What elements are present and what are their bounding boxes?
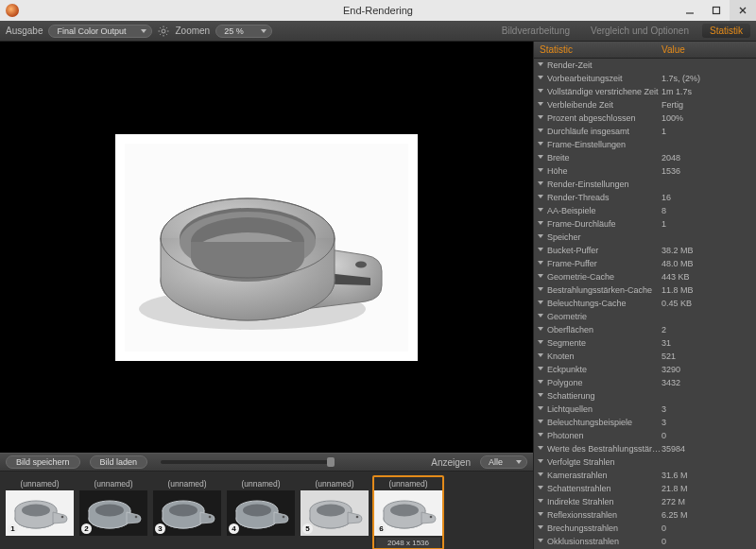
stats-key: Knoten bbox=[534, 352, 662, 361]
stats-row: Werte des Bestrahlungsstärke ...35984 bbox=[534, 442, 756, 455]
stats-value: 35984 bbox=[662, 444, 685, 454]
stats-value: 3 bbox=[662, 418, 666, 427]
stats-value: 8 bbox=[662, 206, 666, 215]
stats-value: 0.45 KB bbox=[662, 299, 692, 308]
minimize-button[interactable] bbox=[677, 0, 703, 21]
zoom-combo[interactable]: 25 % bbox=[215, 25, 272, 38]
stats-key: Beleuchtungsbeispiele bbox=[534, 418, 662, 427]
stats-row: Oberflächen2 bbox=[534, 323, 756, 336]
stats-value: 3432 bbox=[662, 378, 680, 387]
stats-header-statistic: Statistic bbox=[534, 44, 662, 55]
slider-thumb[interactable] bbox=[327, 457, 335, 467]
stats-key: Geometrie-Cache bbox=[534, 272, 662, 282]
render-viewport[interactable] bbox=[0, 42, 533, 453]
stats-row: Beleuchtungs-Cache0.45 KB bbox=[534, 297, 756, 310]
stats-row: Lichtquellen3 bbox=[534, 403, 756, 416]
stats-row: Höhe1536 bbox=[534, 164, 756, 178]
thumbnail[interactable]: (unnamed) 6 2048 x 1536 bbox=[372, 475, 444, 549]
stats-value: 11.8 MB bbox=[662, 285, 694, 295]
tab-image-processing[interactable]: Bildverarbeitung bbox=[494, 24, 577, 38]
stats-key: Lichtquellen bbox=[534, 404, 662, 414]
gear-icon[interactable] bbox=[158, 26, 169, 37]
stats-group-header[interactable]: Render-Einstellungen bbox=[534, 178, 756, 191]
stats-row: Segmente31 bbox=[534, 336, 756, 350]
thumb-size-slider[interactable] bbox=[161, 460, 331, 464]
stats-value: 3 bbox=[662, 404, 666, 414]
stats-group-header[interactable]: Render-Zeit bbox=[534, 59, 756, 72]
stats-row: Beleuchtungsbeispiele3 bbox=[534, 416, 756, 429]
stats-value: 31 bbox=[662, 338, 671, 348]
svg-rect-1 bbox=[713, 8, 720, 14]
thumbnail-image: 3 bbox=[153, 490, 221, 536]
stats-row: Polygone3432 bbox=[534, 376, 756, 389]
stats-key: Brechungsstrahlen bbox=[534, 523, 662, 533]
stats-key: Frame-Durchläufe bbox=[534, 219, 662, 229]
tab-statistics[interactable]: Statistik bbox=[702, 24, 750, 38]
save-image-button[interactable]: Bild speichern bbox=[6, 455, 80, 469]
stats-group-header[interactable]: Schattierung bbox=[534, 389, 756, 403]
svg-line-12 bbox=[161, 33, 162, 34]
stats-row: Eckpunkte3290 bbox=[534, 363, 756, 376]
stats-value: 1 bbox=[662, 219, 666, 229]
stats-value: 443 KB bbox=[662, 272, 690, 282]
stats-key: Segmente bbox=[534, 338, 662, 348]
thumbnail[interactable]: (unnamed) 4 bbox=[225, 475, 297, 540]
thumbnail[interactable]: (unnamed) 2 bbox=[77, 475, 149, 540]
stats-body[interactable]: Render-ZeitVorbearbeitungszeit1.7s, (2%)… bbox=[534, 59, 756, 549]
thumbnail-title: (unnamed) bbox=[315, 479, 353, 489]
stats-key: Beleuchtungs-Cache bbox=[534, 299, 662, 308]
stats-group-header[interactable]: Speicher bbox=[534, 231, 756, 244]
thumbnail-image: 1 bbox=[6, 490, 74, 536]
title-bar: End-Rendering bbox=[0, 0, 756, 21]
stats-group-header[interactable]: Frame-Einstellungen bbox=[534, 138, 756, 151]
render-image bbox=[115, 134, 418, 361]
load-image-button[interactable]: Bild laden bbox=[90, 455, 148, 469]
stats-row: Render-Threads16 bbox=[534, 191, 756, 204]
svg-point-15 bbox=[355, 261, 367, 267]
thumbnail-toolbar: Bild speichern Bild laden Anzeigen Alle bbox=[0, 453, 533, 472]
stats-key: Oberflächen bbox=[534, 325, 662, 335]
thumbnail[interactable]: (unnamed) 3 bbox=[151, 475, 223, 540]
svg-line-11 bbox=[166, 27, 167, 28]
thumbnail-image: 6 bbox=[374, 490, 442, 536]
stats-value: 31.6 M bbox=[662, 471, 688, 480]
stats-panel: Statistic Value Render-ZeitVorbearbeitun… bbox=[534, 42, 756, 549]
stats-group: GeometrieOberflächen2Segmente31Knoten521… bbox=[534, 310, 756, 389]
thumbnail-number-badge: 3 bbox=[155, 523, 165, 534]
output-combo[interactable]: Final Color Output bbox=[48, 25, 152, 38]
stats-key: Eckpunkte bbox=[534, 365, 662, 374]
close-button[interactable] bbox=[730, 0, 756, 21]
stats-row: Geometrie-Cache443 KB bbox=[534, 270, 756, 283]
stats-key: Vorbearbeitungszeit bbox=[534, 74, 662, 83]
thumbnail[interactable]: (unnamed) 1 bbox=[4, 475, 76, 540]
stats-group: SpeicherBucket-Puffer38.2 MBFrame-Puffer… bbox=[534, 231, 756, 310]
show-combo[interactable]: Alle bbox=[480, 455, 527, 469]
stats-group: Render-EinstellungenRender-Threads16AA-B… bbox=[534, 178, 756, 231]
tab-compare-options[interactable]: Vergleich und Optionen bbox=[583, 24, 696, 38]
zoom-label: Zoomen bbox=[175, 26, 210, 36]
maximize-button[interactable] bbox=[703, 0, 730, 21]
stats-key: Durchläufe insgesamt bbox=[534, 127, 662, 136]
svg-line-10 bbox=[166, 33, 167, 34]
stats-value: 3290 bbox=[662, 365, 680, 374]
stats-row: Bucket-Puffer38.2 MB bbox=[534, 244, 756, 257]
stats-key: AA-Beispiele bbox=[534, 206, 662, 215]
stats-row: Schattenstrahlen21.8 M bbox=[534, 482, 756, 495]
thumbnail[interactable]: (unnamed) 5 bbox=[299, 475, 370, 540]
stats-key: Prozent abgeschlossen bbox=[534, 113, 662, 123]
stats-value: 1536 bbox=[662, 166, 680, 176]
stats-row: Prozent abgeschlossen100% bbox=[534, 112, 756, 125]
show-label: Anzeigen bbox=[431, 457, 471, 468]
stats-value: 6.25 M bbox=[662, 510, 688, 520]
stats-header: Statistic Value bbox=[534, 42, 756, 59]
thumbnail-number-badge: 6 bbox=[376, 523, 387, 534]
stats-key: Werte des Bestrahlungsstärke ... bbox=[534, 444, 662, 454]
stats-key: Höhe bbox=[534, 166, 662, 176]
stats-group-header[interactable]: Geometrie bbox=[534, 310, 756, 323]
stats-key: Vollständige verstrichene Zeit bbox=[534, 87, 662, 96]
stats-row: Bestrahlungsstärken-Cache11.8 MB bbox=[534, 283, 756, 297]
stats-group-header[interactable]: Verfolgte Strahlen bbox=[534, 455, 756, 469]
stats-value: 0 bbox=[662, 431, 666, 440]
stats-group: SchattierungLichtquellen3Beleuchtungsbei… bbox=[534, 389, 756, 455]
stats-row: Photonen0 bbox=[534, 429, 756, 442]
